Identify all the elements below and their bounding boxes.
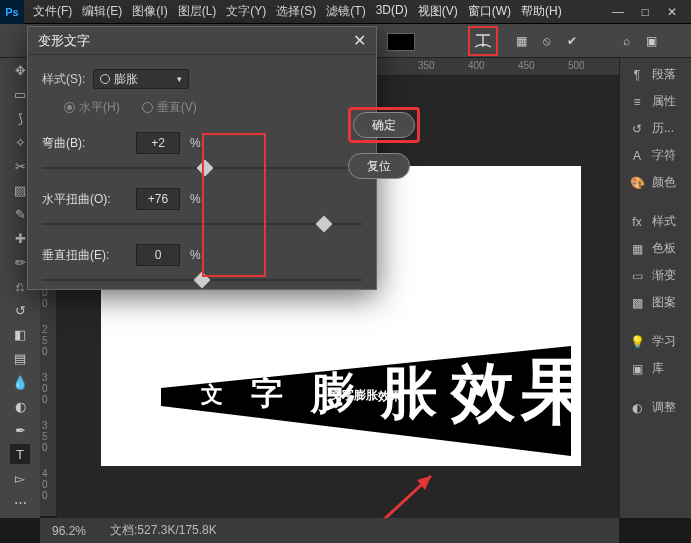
- gradient-tool[interactable]: ▤: [10, 348, 30, 368]
- orient-horizontal-radio[interactable]: 水平(H): [64, 99, 120, 116]
- ruler-tick: 250: [42, 324, 48, 357]
- ruler-tick: 350: [418, 60, 435, 71]
- app-titlebar: Ps 文件(F) 编辑(E) 图像(I) 图层(L) 文字(Y) 选择(S) 滤…: [0, 0, 691, 24]
- style-select[interactable]: 膨胀 ▾: [93, 69, 189, 89]
- panel-adjustments[interactable]: ◐调整: [620, 395, 691, 420]
- menu-type[interactable]: 文字(Y): [223, 3, 269, 20]
- history-icon: ↺: [628, 122, 646, 136]
- panel-icon[interactable]: ▦: [516, 34, 527, 48]
- warped-text-layer[interactable]: 文字膨胀效果 文 字 膨 胀 效 果: [161, 346, 571, 456]
- more-tools[interactable]: ⋯: [10, 492, 30, 512]
- history-brush-tool[interactable]: ↺: [10, 300, 30, 320]
- window-controls: ― □ ✕: [612, 5, 677, 19]
- bend-input[interactable]: +2: [136, 132, 180, 154]
- menu-select[interactable]: 选择(S): [273, 3, 319, 20]
- swatches-icon: ▦: [628, 242, 646, 256]
- panel-libraries[interactable]: ▣库: [620, 356, 691, 381]
- patterns-icon: ▩: [628, 296, 646, 310]
- svg-text:膨: 膨: [309, 368, 355, 417]
- ok-button[interactable]: 确定: [353, 112, 415, 138]
- minimize-icon[interactable]: ―: [612, 5, 624, 19]
- text-tool[interactable]: T: [10, 444, 30, 464]
- libraries-icon: ▣: [628, 362, 646, 376]
- ruler-tick: 400: [468, 60, 485, 71]
- svg-text:文: 文: [200, 382, 223, 407]
- menu-window[interactable]: 窗口(W): [465, 3, 514, 20]
- status-bar: 96.2% 文档:527.3K/175.8K: [40, 518, 619, 543]
- ruler-tick: 450: [518, 60, 535, 71]
- main-menu: 文件(F) 编辑(E) 图像(I) 图层(L) 文字(Y) 选择(S) 滤镜(T…: [30, 3, 612, 20]
- blur-tool[interactable]: 💧: [10, 372, 30, 392]
- maximize-icon[interactable]: □: [642, 5, 649, 19]
- ok-highlight: 确定: [348, 107, 420, 143]
- learn-icon: 💡: [628, 335, 646, 349]
- menu-layer[interactable]: 图层(L): [175, 3, 220, 20]
- panel-gradients[interactable]: ▭渐变: [620, 263, 691, 288]
- panel-color[interactable]: 🎨颜色: [620, 170, 691, 195]
- cancel-icon[interactable]: ⦸: [543, 34, 551, 48]
- orient-vertical-radio[interactable]: 垂直(V): [142, 99, 197, 116]
- ruler-tick: 500: [568, 60, 585, 71]
- search-icon[interactable]: ⌕: [623, 34, 630, 48]
- style-label: 样式(S):: [42, 71, 85, 88]
- doc-info[interactable]: 文档:527.3K/175.8K: [110, 522, 217, 539]
- reset-button[interactable]: 复位: [348, 153, 410, 179]
- dialog-close-icon[interactable]: ✕: [353, 31, 366, 50]
- menu-help[interactable]: 帮助(H): [518, 3, 565, 20]
- gradients-icon: ▭: [628, 269, 646, 283]
- close-window-icon[interactable]: ✕: [667, 5, 677, 19]
- bend-label: 弯曲(B):: [42, 135, 126, 152]
- bulge-icon: [100, 74, 110, 84]
- vdist-label: 垂直扭曲(E):: [42, 247, 126, 264]
- chevron-down-icon: ▾: [177, 74, 182, 84]
- panel-paragraph[interactable]: ¶段落: [620, 62, 691, 87]
- dodge-tool[interactable]: ◐: [10, 396, 30, 416]
- character-icon: A: [628, 149, 646, 163]
- dialog-title: 变形文字: [38, 32, 353, 50]
- warp-text-dialog: 变形文字 ✕ 样式(S): 膨胀 ▾ 水平(H) 垂直(V) 弯曲(B): +2…: [27, 26, 377, 290]
- menu-filter[interactable]: 滤镜(T): [323, 3, 368, 20]
- style-value: 膨胀: [114, 71, 138, 88]
- zoom-level[interactable]: 96.2%: [52, 524, 86, 538]
- pen-tool[interactable]: ✒: [10, 420, 30, 440]
- workspace-icon[interactable]: ▣: [646, 34, 657, 48]
- dialog-titlebar[interactable]: 变形文字 ✕: [28, 27, 376, 55]
- hdist-label: 水平扭曲(O):: [42, 191, 126, 208]
- paragraph-icon: ¶: [628, 68, 646, 82]
- ruler-tick: 300: [42, 372, 48, 405]
- panel-swatches[interactable]: ▦色板: [620, 236, 691, 261]
- ruler-tick: 400: [42, 468, 48, 501]
- commit-icon[interactable]: ✔: [567, 34, 577, 48]
- svg-text:果: 果: [520, 351, 571, 431]
- panel-patterns[interactable]: ▩图案: [620, 290, 691, 315]
- svg-text:胀: 胀: [379, 361, 438, 424]
- menu-image[interactable]: 图像(I): [129, 3, 170, 20]
- hdist-input[interactable]: +76: [136, 188, 180, 210]
- menu-view[interactable]: 视图(V): [415, 3, 461, 20]
- app-logo: Ps: [0, 0, 24, 24]
- warp-text-button[interactable]: [470, 28, 496, 54]
- adjustments-icon: ◐: [628, 401, 646, 415]
- panel-learn[interactable]: 💡学习: [620, 329, 691, 354]
- right-panels: ¶段落 ≡属性 ↺历... A字符 🎨颜色 fx样式 ▦色板 ▭渐变 ▩图案 💡…: [619, 58, 691, 518]
- panel-history[interactable]: ↺历...: [620, 116, 691, 141]
- toolbar-right-icons: ▦ ⦸ ✔ ⌕ ▣: [516, 34, 657, 48]
- properties-icon: ≡: [628, 95, 646, 109]
- panel-character[interactable]: A字符: [620, 143, 691, 168]
- ruler-tick: 350: [42, 420, 48, 453]
- vdist-input[interactable]: 0: [136, 244, 180, 266]
- color-icon: 🎨: [628, 176, 646, 190]
- menu-edit[interactable]: 编辑(E): [79, 3, 125, 20]
- svg-text:效: 效: [449, 356, 516, 428]
- panel-properties[interactable]: ≡属性: [620, 89, 691, 114]
- text-color-swatch[interactable]: [387, 33, 415, 51]
- styles-icon: fx: [628, 215, 646, 229]
- menu-file[interactable]: 文件(F): [30, 3, 75, 20]
- warp-text-icon: [473, 32, 493, 50]
- path-select-tool[interactable]: ▻: [10, 468, 30, 488]
- panel-styles[interactable]: fx样式: [620, 209, 691, 234]
- eraser-tool[interactable]: ◧: [10, 324, 30, 344]
- svg-text:字: 字: [251, 375, 283, 411]
- inputs-highlight: [202, 133, 266, 277]
- menu-3d[interactable]: 3D(D): [373, 3, 411, 20]
